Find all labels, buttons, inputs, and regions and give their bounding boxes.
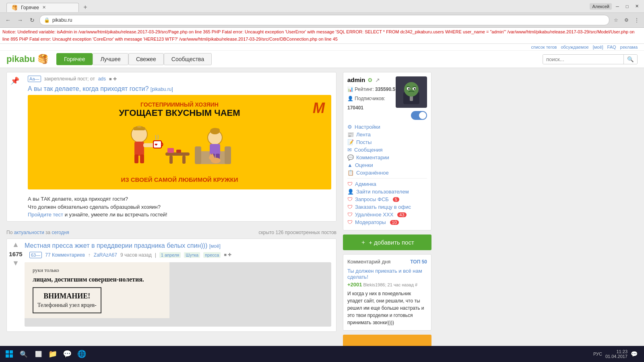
featured-comment-link[interactable]: Ты должен приехать и всё нам сделать! [347,268,427,280]
bookmark-button[interactable]: ☆ [612,16,620,24]
svg-rect-8 [165,152,190,156]
top-link-mine[interactable]: [моё] [593,45,603,49]
tab-communities[interactable]: Сообщества [164,53,212,65]
sort-link-actuality[interactable]: актуальности [14,230,44,235]
top-link-faq[interactable]: FAQ [607,45,616,49]
error-bar: Notice: Undefined variable: isAdmin in /… [0,28,644,44]
windows-logo-icon [5,350,13,358]
top-link-discussed[interactable]: обсуждаемое [561,45,588,49]
menu-feed[interactable]: 📰 Лента [347,131,427,138]
top-links-bar: список тегов обсуждаемое [моё] FAQ рекла… [0,44,644,51]
post2-comments-link[interactable]: 77 Комментариев [45,252,85,258]
top-link-advert[interactable]: реклама [620,45,638,49]
reload-button[interactable]: ↻ [27,15,37,25]
menu-deleted-xxx[interactable]: 🛡 Удалённое XXX 43 [347,211,427,218]
tab-close-button[interactable]: ✕ [42,5,46,10]
post1-title[interactable]: А вы так делаете, когда приходят гости? … [23,85,336,95]
extensions-button[interactable]: ⚙ [622,16,630,24]
menu-comments[interactable]: 💬 Комментарии [347,154,427,161]
browser-chrome: 🥞 Горячее ✕ + Алексей ─ □ ✕ ← → ↻ 🔒 pika… [0,0,644,28]
post2-date: | [155,252,156,258]
svg-rect-4 [140,154,144,163]
tab-title: Горячее [21,5,39,10]
comment-time: 21 час назад [388,282,414,287]
comment-author: Blekis1986; [363,282,386,287]
post1-type: закрепленный пост; от [44,76,95,82]
ad-title1: ГОСТЕПРИИМНЫЙ ХОЗЯИН [34,101,325,108]
search-button[interactable]: 🔍 [623,55,637,64]
top-link-tags[interactable]: список тегов [531,45,557,49]
new-tab-button[interactable]: + [80,2,90,12]
url-text: pikabu.ru [52,17,72,23]
back-button[interactable]: ← [3,15,13,25]
tab-fresh[interactable]: Свежее [128,53,164,65]
settings-expand-icon[interactable]: ↗ [375,77,380,83]
address-bar[interactable]: 🔒 pikabu.ru [39,15,609,25]
svg-point-31 [408,88,410,90]
sort-link-today[interactable]: сегодня [52,230,69,235]
svg-rect-15 [225,146,231,164]
search-taskbar-button[interactable]: 🔍 [18,348,30,360]
menu-order-pizza[interactable]: 🛡 Заказать пиццу в офис [347,203,427,211]
post1-header: Аа— закрепленный пост; от ads ■ ✚ [23,72,336,85]
svg-rect-19 [210,144,220,155]
search-input[interactable] [543,55,623,64]
post1-text-link[interactable]: Пройдите тест [28,212,63,218]
ad-characters-svg: ❤ [107,122,252,175]
start-button[interactable] [3,348,15,360]
sort-text: По актуальности за сегодня [6,230,69,235]
menu-fsb-requests[interactable]: 🛡 Запросы ФСБ 5 [347,195,427,203]
forward-button[interactable]: → [15,15,25,25]
menu-button[interactable]: ⋮ [633,16,641,24]
ratings-icon: ▲ [347,162,353,168]
post2-tag-joke[interactable]: Шутка [184,252,200,258]
sidebar-toggle[interactable] [411,111,427,120]
taskview-button[interactable]: ⬜ [32,348,44,360]
pin-icon: 📌 [10,76,19,85]
feed-icon: 📰 [347,132,354,138]
fsb-badge: 5 [393,197,399,202]
post2-tag-press[interactable]: пресса [203,252,221,258]
post2-title-tag: [моё] [209,243,221,249]
svg-rect-9 [169,156,173,164]
post2-tag-date[interactable]: 1 апреля [159,252,181,258]
svg-rect-3 [134,154,138,163]
post2-title[interactable]: Местная пресса жжет в преддверии праздни… [25,242,331,252]
minimize-button[interactable]: ─ [613,2,621,10]
menu-moderators[interactable]: 🛡 Модераторы 10 [347,218,427,226]
menu-saved[interactable]: 📋 Сохранённое [347,169,427,177]
comment-meta: +2001 Blekis1986; 21 час назад # [347,282,427,288]
person-icon: 👤 [347,189,354,195]
maximize-button[interactable]: □ [623,2,631,10]
vote-up-icon[interactable]: ▲ [12,241,19,249]
menu-messages[interactable]: ✉ Сообщения [347,146,427,154]
main-layout: 📌 Аа— закрепленный пост; от ads ■ ✚ А вы… [0,68,644,362]
chrome-button[interactable]: 🌐 [76,348,88,360]
post1-ad-image: ГОСТЕПРИИМНЫЙ ХОЗЯИН УГОЩАЕТ ВКУСНЫМ ЧАЕ… [28,95,331,189]
post2-author[interactable]: ZaRAzA67 [94,252,117,258]
menu-adminpanel[interactable]: 🛡 Админка [347,180,427,188]
svg-rect-2 [134,142,144,156]
tab-hot[interactable]: Горячее [56,53,93,65]
saved-icon: 📋 [347,170,354,176]
menu-settings[interactable]: ⚙ Настройки [347,123,427,131]
post1-author[interactable]: ads [98,76,106,82]
close-button[interactable]: ✕ [633,2,641,10]
browser-tab[interactable]: 🥞 Горячее ✕ [6,3,79,12]
menu-ratings[interactable]: ▲ Оценки [347,161,427,169]
menu-posts[interactable]: 📝 Посты [347,138,427,146]
nav-tabs: Горячее Лучшее Свежее Сообщества [56,53,212,65]
add-post-button[interactable]: ＋ + добавить пост [343,234,431,250]
vote-count: 1675 [9,251,22,257]
file-explorer-button[interactable]: 📁 [47,348,59,360]
top50-link[interactable]: ТОП 50 [410,259,427,265]
post2-time: 9 часов назад [120,252,152,258]
comments-icon: 💬 [347,154,354,160]
svg-rect-49 [6,350,9,354]
menu-login-as-user[interactable]: 👤 Зайти пользователем [347,188,427,195]
logo[interactable]: pikabu 🥞 [6,54,48,64]
vote-down-icon[interactable]: ▼ [12,259,19,267]
skype-button[interactable]: 💬 [61,348,73,360]
taskbar-time: 11:23 01.04.2017 [605,349,627,359]
tab-best[interactable]: Лучшее [93,53,128,65]
